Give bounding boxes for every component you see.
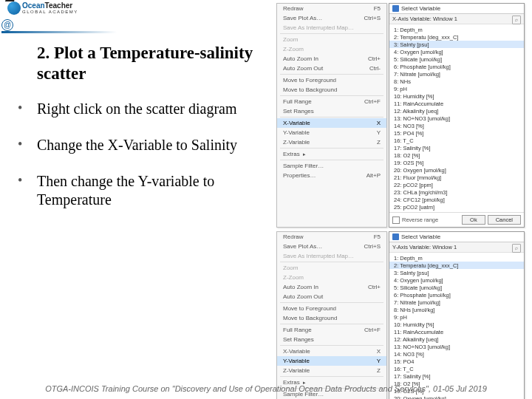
variable-item[interactable]: 17: Salinity [%] (389, 372, 524, 380)
bullet-3: Then change the Y-variable to Temperatur… (16, 172, 290, 209)
variable-item[interactable]: 14: NO3 [%] (389, 350, 524, 358)
ctx-properties[interactable]: Properties…Alt+P (277, 171, 386, 180)
ctx-x-variable[interactable]: X-VariableX (277, 118, 386, 128)
variable-item[interactable]: 11: RainAccumulate (389, 328, 524, 335)
context-menu-y: RedrawF5 Save Plot As…Ctrl+S Save As Int… (276, 231, 387, 399)
ctx-autozoom-out[interactable]: Auto Zoom OutCtrl- (277, 64, 386, 73)
ot-subtitle: GLOBAL ACADEMY (22, 10, 78, 14)
variable-item[interactable]: 9: pH (389, 313, 524, 321)
variable-item[interactable]: 4: Oxygen [umol/kg] (389, 48, 524, 55)
bullet-1: Right click on the scatter diagram (16, 100, 290, 118)
ctx-save-map: Save As Interrupted Map… (277, 23, 386, 33)
variable-item[interactable]: 6: Phosphate [umol/kg] (389, 63, 524, 70)
ctx-extras[interactable]: Extras (277, 149, 386, 159)
variable-item[interactable]: 8: NHs (389, 78, 524, 85)
variable-item[interactable]: 17: Salinity [%] (389, 144, 524, 151)
ctx-autozoom-in[interactable]: Auto Zoom InCtrl+ (277, 54, 386, 64)
ctx-set-ranges[interactable]: Set Ranges (277, 335, 386, 344)
screenshot-column: RedrawF5 Save Plot As…Ctrl+S Save As Int… (276, 3, 526, 399)
ctx-zzoom: Z-Zoom (277, 44, 386, 54)
ctx-background[interactable]: Move to Background (277, 313, 386, 323)
variable-item[interactable]: 16: T_C (389, 137, 524, 144)
ok-button[interactable]: Ok (462, 215, 485, 225)
variable-item[interactable]: 4: Oxygen [umol/kg] (389, 276, 524, 284)
slide-title: 2. Plot a Temperature-salinity scatter (37, 43, 290, 83)
ctx-full-range[interactable]: Full RangeCtrl+F (277, 325, 386, 335)
ctx-full-range[interactable]: Full RangeCtrl+F (277, 97, 386, 106)
ctx-y-variable[interactable]: Y-VariableY (277, 356, 386, 366)
ctx-save[interactable]: Save Plot As…Ctrl+S (277, 242, 386, 251)
variable-item[interactable]: 13: NO+NO3 [umol/kg] (389, 343, 524, 350)
ctx-background[interactable]: Move to Background (277, 85, 386, 95)
variable-item[interactable]: 10: Humidity [%] (389, 92, 524, 100)
variable-item[interactable]: 1: Depth_m (389, 26, 524, 33)
variable-item[interactable]: 9: pH (389, 85, 524, 92)
variable-item[interactable]: 19: O2S [%] (389, 159, 524, 166)
search-icon[interactable]: ⌕ (512, 16, 521, 24)
variable-item[interactable]: 21: Fluor [mmol/kg] (389, 174, 524, 181)
variable-item[interactable]: 20: Oxygen [umol/kg] (389, 395, 524, 399)
ctx-zoom: Zoom (277, 35, 386, 44)
globe-icon (7, 1, 21, 15)
ctx-redraw[interactable]: RedrawF5 (277, 4, 386, 13)
variable-item[interactable]: 7: Nitrate [umol/kg] (389, 299, 524, 306)
dialog-title: Select Variable (401, 233, 440, 240)
ctx-foreground[interactable]: Move to Foreground (277, 304, 386, 313)
variable-item[interactable]: 25: pCO2 [uatm] (389, 203, 524, 211)
variable-item[interactable]: 10: Humidity [%] (389, 321, 524, 328)
ctx-z-variable[interactable]: Z-VariableZ (277, 137, 386, 147)
variable-item[interactable]: 5: Silicate [umol/kg] (389, 284, 524, 291)
variable-item[interactable]: 12: Alkalinity [ueq] (389, 107, 524, 115)
variable-item[interactable]: 6: Phosphate [umol/kg] (389, 291, 524, 299)
ctx-y-variable[interactable]: Y-VariableY (277, 128, 386, 137)
oceanteacher-logo: OceanTeacher GLOBAL ACADEMY (7, 1, 78, 15)
ctx-zoom: Zoom (277, 263, 386, 273)
variable-item[interactable]: 20: Oxygen [umol/kg] (389, 166, 524, 174)
variable-item[interactable]: 3: Salnty [psu] (389, 269, 524, 276)
context-menu-x: RedrawF5 Save Plot As…Ctrl+S Save As Int… (276, 3, 387, 228)
ot-teacher: Teacher (45, 1, 73, 10)
ctx-autozoom-in[interactable]: Auto Zoom InCtrl+ (277, 282, 386, 292)
ctx-z-variable[interactable]: Z-VariableZ (277, 366, 386, 375)
bullet-2: Change the X-Variable to Salinity (16, 136, 290, 154)
ctx-save[interactable]: Save Plot As…Ctrl+S (277, 13, 386, 23)
select-variable-dialog-x: Select Variable X-Axis Variable: Window … (389, 3, 525, 228)
variable-item[interactable]: 8: NHs [umol/kg] (389, 306, 524, 313)
dialog-title: Select Variable (401, 5, 440, 12)
search-icon[interactable]: ⌕ (512, 244, 521, 253)
dialog-icon (392, 5, 399, 12)
content-column: 2. Plot a Temperature-salinity scatter R… (0, 37, 290, 227)
variable-item[interactable]: 13: NO+NO3 [umol/kg] (389, 115, 524, 122)
ctx-foreground[interactable]: Move to Foreground (277, 75, 386, 85)
variable-item[interactable]: 18: O2 [%] (389, 151, 524, 159)
dialog-icon (392, 233, 399, 240)
variable-item[interactable]: 23: CHLa [mg/chl/m3] (389, 188, 524, 196)
select-variable-dialog-y: Select Variable Y-Axis Variable: Window … (389, 231, 525, 399)
variable-item[interactable]: 15: PO4 (389, 358, 524, 365)
variable-item[interactable]: 7: Nitrate [umol/kg] (389, 70, 524, 78)
variable-item[interactable]: 11: RainAccumulate (389, 100, 524, 107)
cancel-button[interactable]: Cancel (488, 215, 521, 225)
variable-item[interactable]: 5: Silicate [umol/kg] (389, 55, 524, 63)
variable-item[interactable]: 2: Temperatu [deg_xxx_C] (389, 33, 524, 41)
ctx-sample-filter[interactable]: Sample Filter… (277, 161, 386, 171)
variable-item[interactable]: 22: pCO2 [ppm] (389, 181, 524, 188)
reverse-range-checkbox[interactable]: Reverse range (392, 216, 438, 224)
variable-item[interactable]: 16: T_C (389, 365, 524, 372)
variable-item[interactable]: 12: Alkalinity [ueq] (389, 335, 524, 343)
variable-item[interactable]: 3: Salnty [psu] (389, 41, 524, 48)
variable-list-x: 1: Depth_m2: Temperatu [deg_xxx_C]3: Sal… (389, 24, 524, 212)
footer-text: OTGA-INCOIS Training Course on "Discover… (0, 384, 532, 393)
ctx-set-ranges[interactable]: Set Ranges (277, 106, 386, 116)
variable-item[interactable]: 15: PO4 [%] (389, 129, 524, 137)
ctx-zzoom: Z-Zoom (277, 273, 386, 282)
ctx-autozoom-out[interactable]: Auto Zoom Out (277, 292, 386, 301)
variable-item[interactable]: 1: Depth_m (389, 254, 524, 262)
ctx-x-variable[interactable]: X-VariableX (277, 347, 386, 356)
variable-item[interactable]: 24: CFC12 [pmol/kg] (389, 196, 524, 203)
dialog-hint: Y-Axis Variable: Window 1 (392, 244, 457, 250)
ctx-redraw[interactable]: RedrawF5 (277, 232, 386, 242)
ctx-save-map: Save As Interrupted Map… (277, 251, 386, 261)
variable-item[interactable]: 14: NO3 [%] (389, 122, 524, 129)
variable-item[interactable]: 2: Temperatu [deg_xxx_C] (389, 262, 524, 269)
